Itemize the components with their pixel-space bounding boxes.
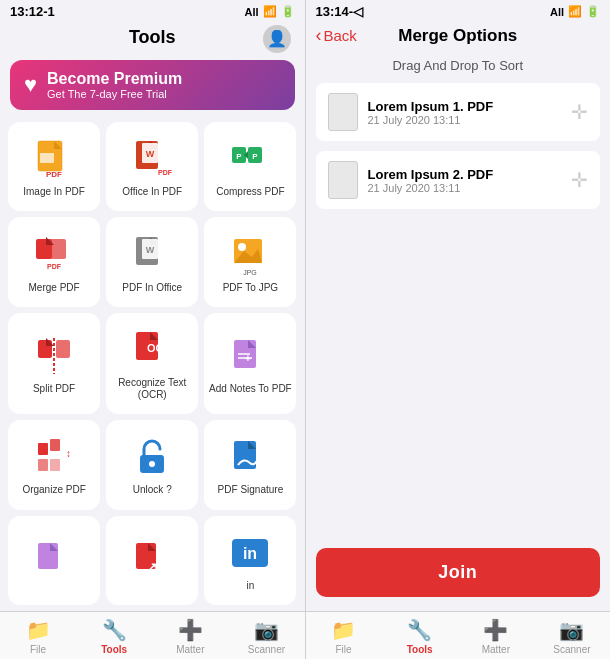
svg-text:PDF: PDF	[158, 169, 172, 176]
right-signal-icon: All	[550, 6, 564, 18]
right-scanner-tab-label: Scanner	[553, 644, 590, 655]
file-thumb-1	[328, 93, 358, 131]
file-item-1[interactable]: Lorem Ipsum 1. PDF21 July 2020 13:11✛	[316, 83, 601, 141]
svg-rect-3	[40, 153, 54, 163]
chevron-left-icon: ‹	[316, 25, 322, 46]
tab-tools[interactable]: 🔧Tools	[76, 618, 152, 655]
unlock-label: Unlock ?	[133, 484, 172, 496]
recognize-text-icon: OCR	[130, 328, 174, 372]
svg-text:P: P	[237, 152, 243, 161]
tool15-icon: in	[228, 531, 272, 575]
tool-unlock[interactable]: Unlock ?	[106, 420, 198, 509]
right-tab-bar: 📁File🔧Tools➕Matter📷Scanner	[306, 611, 611, 659]
pdf-jpg-label: PDF To JPG	[223, 282, 278, 294]
svg-text:in: in	[243, 545, 257, 562]
tool-tool14[interactable]: ↗	[106, 516, 198, 605]
back-button[interactable]: ‹ Back	[316, 25, 357, 46]
right-matter-tab-icon: ➕	[483, 618, 508, 642]
right-tab-matter[interactable]: ➕Matter	[458, 618, 534, 655]
svg-text:W: W	[146, 149, 155, 159]
wifi-icon: 📶	[263, 5, 277, 18]
svg-point-45	[149, 461, 155, 467]
tool-tool15[interactable]: inin	[204, 516, 296, 605]
profile-icon[interactable]: 👤	[263, 25, 291, 53]
svg-rect-28	[56, 340, 70, 358]
tool-office-pdf[interactable]: WPDFOffice In PDF	[106, 122, 198, 211]
file-date-2: 21 July 2020 13:11	[368, 182, 562, 194]
premium-subtitle: Get The 7-day Free Trial	[47, 88, 182, 100]
tool-notes-pdf[interactable]: +Add Notes To PDF	[204, 313, 296, 414]
tool15-label: in	[247, 580, 255, 592]
split-pdf-label: Split PDF	[33, 383, 75, 395]
right-matter-tab-label: Matter	[482, 644, 510, 655]
merge-pdf-label: Merge PDF	[29, 282, 80, 294]
svg-point-24	[238, 243, 246, 251]
right-file-tab-icon: 📁	[331, 618, 356, 642]
premium-text: Become Premium Get The 7-day Free Trial	[47, 70, 182, 100]
office-pdf-label: Office In PDF	[122, 186, 182, 198]
right-panel-title: Merge Options	[398, 26, 517, 46]
right-scanner-tab-icon: 📷	[559, 618, 584, 642]
file-tab-label: File	[30, 644, 46, 655]
tools-tab-label: Tools	[101, 644, 127, 655]
status-bar-right: 13:14-◁ All 📶 🔋	[306, 0, 611, 23]
tool-pdf-jpg[interactable]: JPGPDF To JPG	[204, 217, 296, 306]
file-name-1: Lorem Ipsum 1. PDF	[368, 99, 562, 114]
svg-marker-30	[46, 338, 54, 346]
join-button-wrap: Join	[306, 534, 611, 611]
right-tab-tools[interactable]: 🔧Tools	[382, 618, 458, 655]
right-tools-tab-icon: 🔧	[407, 618, 432, 642]
tool-merge-pdf[interactable]: PDFMerge PDF	[8, 217, 100, 306]
drag-handle-2[interactable]: ✛	[571, 168, 588, 192]
join-button[interactable]: Join	[316, 548, 601, 597]
tab-scanner[interactable]: 📷Scanner	[228, 618, 304, 655]
right-tab-file[interactable]: 📁File	[306, 618, 382, 655]
svg-text:↕: ↕	[66, 448, 71, 459]
file-name-2: Lorem Ipsum 2. PDF	[368, 167, 562, 182]
file-date-1: 21 July 2020 13:11	[368, 114, 562, 126]
tool-organize-pdf[interactable]: ↕Organize PDF	[8, 420, 100, 509]
right-tab-scanner[interactable]: 📷Scanner	[534, 618, 610, 655]
tab-matter[interactable]: ➕Matter	[152, 618, 228, 655]
pdf-jpg-icon: JPG	[228, 233, 272, 277]
tool-pdf-signature[interactable]: PDF Signature	[204, 420, 296, 509]
tool-image-pdf[interactable]: PDFImage In PDF	[8, 122, 100, 211]
image-pdf-label: Image In PDF	[23, 186, 85, 198]
scanner-tab-icon: 📷	[254, 618, 279, 642]
tool-recognize-text[interactable]: OCRRecognize Text (OCR)	[106, 313, 198, 414]
notes-pdf-label: Add Notes To PDF	[209, 383, 292, 395]
file-tab-icon: 📁	[26, 618, 51, 642]
tool14-icon: ↗	[130, 537, 174, 581]
tool-pdf-office[interactable]: WPDF In Office	[106, 217, 198, 306]
back-label: Back	[324, 27, 357, 44]
premium-banner[interactable]: ♥ Become Premium Get The 7-day Free Tria…	[10, 60, 295, 110]
left-panel: 13:12-1 All 📶 🔋 Tools 👤 ♥ Become Premium…	[0, 0, 305, 659]
tool-compress-pdf[interactable]: PPCompress PDF	[204, 122, 296, 211]
compress-pdf-label: Compress PDF	[216, 186, 284, 198]
right-wifi-icon: 📶	[568, 5, 582, 18]
file-item-2[interactable]: Lorem Ipsum 2. PDF21 July 2020 13:11✛	[316, 151, 601, 209]
right-header: ‹ Back Merge Options	[306, 23, 611, 52]
svg-rect-16	[50, 239, 66, 259]
battery-icon: 🔋	[281, 5, 295, 18]
tab-file[interactable]: 📁File	[0, 618, 76, 655]
svg-rect-41	[38, 459, 48, 471]
pdf-office-icon: W	[130, 233, 174, 277]
file-list: Lorem Ipsum 1. PDF21 July 2020 13:11✛Lor…	[306, 83, 611, 534]
tool13-icon	[32, 537, 76, 581]
svg-text:W: W	[146, 245, 155, 255]
file-info-2: Lorem Ipsum 2. PDF21 July 2020 13:11	[368, 167, 562, 194]
pdf-signature-label: PDF Signature	[218, 484, 284, 496]
svg-text:JPG: JPG	[244, 269, 258, 275]
svg-text:OCR: OCR	[147, 342, 172, 354]
right-panel: 13:14-◁ All 📶 🔋 ‹ Back Merge Options Dra…	[306, 0, 611, 659]
tool-tool13[interactable]	[8, 516, 100, 605]
svg-text:PDF: PDF	[46, 170, 62, 179]
tool-split-pdf[interactable]: Split PDF	[8, 313, 100, 414]
page-title: Tools	[129, 27, 176, 47]
right-tools-tab-label: Tools	[407, 644, 433, 655]
drag-handle-1[interactable]: ✛	[571, 100, 588, 124]
svg-rect-48	[38, 543, 58, 569]
image-pdf-icon: PDF	[32, 137, 76, 181]
tools-grid: PDFImage In PDFWPDFOffice In PDFPPCompre…	[0, 116, 305, 611]
